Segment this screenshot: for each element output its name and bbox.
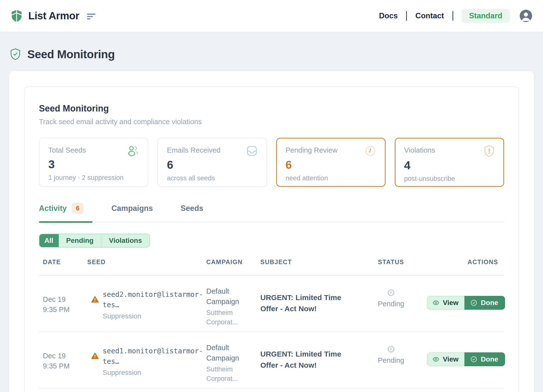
table-header-row: DATE SEED CAMPAIGN SUBJECT STATUS ACTION…	[39, 258, 504, 276]
pending-clock-icon	[387, 289, 395, 296]
brand-home-link[interactable]: List Armor	[11, 10, 96, 22]
top-navigation-bar: List Armor Docs Contact Standard	[0, 0, 543, 32]
stat-subtext: post-unsubscribe	[404, 175, 495, 183]
seed-email: seed2.monitor@listarmor-tes…	[103, 289, 204, 310]
pending-clock-icon	[387, 345, 395, 353]
inbox-icon	[246, 145, 258, 157]
plan-badge[interactable]: Standard	[462, 9, 510, 23]
nav-docs-link[interactable]: Docs	[379, 11, 398, 20]
column-header-actions: ACTIONS	[427, 258, 504, 266]
stat-label: Emails Received	[167, 146, 220, 154]
stat-subtext: across all seeds	[167, 174, 257, 182]
stat-value: 6	[167, 158, 257, 171]
check-circle-icon	[470, 356, 477, 363]
stat-label: Violations	[404, 146, 435, 154]
check-circle-icon	[470, 299, 477, 306]
date-cell: Dec 19 9:35 PM	[39, 294, 87, 315]
campaign-name: Default Campaign	[206, 286, 246, 307]
content-panel: Seed Monitoring Track seed email activit…	[9, 71, 534, 392]
eye-icon	[432, 299, 439, 306]
eye-icon	[432, 356, 439, 363]
actions-cell: View Done	[427, 352, 511, 366]
table-row: Dec 19 9:35 PM seed1.monitor@listarmor-t…	[39, 332, 504, 389]
column-header-campaign: CAMPAIGN	[206, 258, 260, 266]
subject-cell: URGENT: Limited Time Offer - Act Now!	[260, 292, 343, 314]
tab-activity[interactable]: Activity 6	[39, 203, 92, 222]
header-nav: Docs Contact Standard	[379, 9, 532, 23]
shield-alert-icon	[484, 145, 495, 157]
nav-contact-link[interactable]: Contact	[415, 11, 444, 20]
card-title: Seed Monitoring	[39, 103, 504, 114]
campaign-cell: Default Campaign Suttheim Corporat...	[206, 286, 260, 327]
column-header-seed: SEED	[87, 258, 206, 266]
stats-row: Total Seeds	[39, 138, 504, 187]
activity-count-badge: 6	[72, 203, 84, 214]
done-button[interactable]: Done	[464, 296, 505, 310]
row-date: Dec 19	[43, 294, 87, 305]
done-button[interactable]: Done	[464, 352, 505, 366]
stat-label: Pending Review	[286, 146, 338, 154]
done-button-label: Done	[481, 355, 498, 363]
tab-label: Seeds	[181, 204, 203, 213]
campaign-cell: Default Campaign Suttheim Corporat...	[206, 342, 260, 384]
seed-monitoring-card: Seed Monitoring Track seed email activit…	[24, 86, 519, 392]
status-badge: Pending	[378, 356, 404, 364]
list-lines-icon	[87, 13, 96, 20]
stat-card-total-seeds: Total Seeds	[39, 138, 148, 187]
filter-all[interactable]: All	[39, 234, 59, 248]
tab-campaigns[interactable]: Campaigns	[111, 203, 162, 222]
stat-value: 3	[48, 158, 139, 171]
brand-name: List Armor	[28, 10, 79, 22]
stat-card-pending-review: Pending Review 6 need attention	[276, 138, 386, 187]
row-date: Dec 19	[43, 351, 87, 361]
clock-icon	[365, 145, 376, 157]
status-badge: Pending	[378, 300, 404, 308]
filter-violations[interactable]: Violations	[101, 234, 149, 247]
view-button-label: View	[443, 299, 458, 307]
seed-type: Suppression	[103, 369, 204, 377]
status-cell: Pending	[355, 289, 427, 308]
seed-type: Suppression	[103, 312, 204, 320]
page-header: Seed Monitoring	[0, 48, 543, 61]
campaign-org: Suttheim Corporat...	[206, 365, 246, 384]
tab-label: Activity	[39, 204, 67, 213]
tab-seeds[interactable]: Seeds	[181, 203, 212, 222]
page-title: Seed Monitoring	[27, 48, 115, 61]
stat-subtext: 1 journey · 2 suppression	[48, 174, 139, 182]
seed-cell: seed2.monitor@listarmor-tes… Suppression	[87, 289, 206, 320]
status-cell: Pending	[355, 345, 427, 364]
logo-shield-icon	[11, 10, 22, 22]
activity-filter-group: All Pending Violations	[39, 234, 150, 248]
nav-divider	[406, 11, 407, 21]
stat-value: 6	[286, 158, 376, 171]
view-button-label: View	[443, 355, 458, 363]
done-button-label: Done	[481, 299, 498, 307]
column-header-date: DATE	[39, 258, 87, 266]
activity-table: DATE SEED CAMPAIGN SUBJECT STATUS ACTION…	[39, 258, 504, 389]
view-button[interactable]: View	[427, 352, 464, 366]
campaign-name: Default Campaign	[206, 342, 246, 363]
stat-subtext: need attention	[286, 174, 376, 182]
column-header-subject: SUBJECT	[260, 258, 355, 266]
tab-bar: Activity 6 Campaigns Seeds	[39, 203, 504, 222]
card-subtitle: Track seed email activity and compliance…	[39, 118, 504, 126]
campaign-org: Suttheim Corporat...	[206, 308, 246, 327]
users-icon	[127, 145, 139, 156]
shield-check-icon	[10, 48, 21, 60]
view-button[interactable]: View	[427, 296, 464, 310]
seed-email: seed1.monitor@listarmor-tes…	[103, 346, 204, 367]
date-cell: Dec 19 9:35 PM	[39, 351, 87, 371]
column-header-status: STATUS	[355, 258, 427, 266]
user-avatar-icon[interactable]	[520, 10, 532, 22]
row-time: 9:35 PM	[43, 361, 87, 371]
row-time: 9:35 PM	[43, 305, 87, 315]
filter-pending[interactable]: Pending	[59, 234, 101, 247]
subject-cell: URGENT: Limited Time Offer - Act Now!	[260, 348, 343, 371]
tab-label: Campaigns	[111, 204, 153, 213]
stat-value: 4	[404, 159, 495, 172]
table-row: Dec 19 9:35 PM seed2.monitor@listarmor-t…	[39, 276, 504, 332]
stat-label: Total Seeds	[48, 146, 86, 154]
actions-cell: View Done	[427, 296, 511, 310]
warning-icon	[91, 352, 99, 377]
stat-card-violations: Violations 4 post-unsubscribe	[395, 138, 504, 187]
